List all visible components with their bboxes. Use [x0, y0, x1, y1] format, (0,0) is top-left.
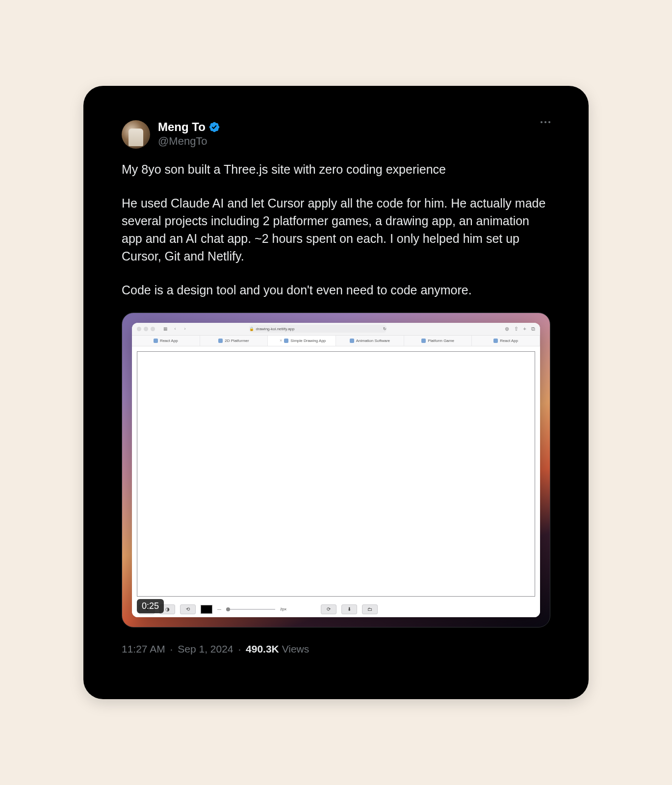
new-tab-icon: +: [523, 326, 526, 332]
browser-tab-active: ×Simple Drawing App: [268, 336, 336, 346]
tool-button: ⟲: [180, 604, 196, 614]
tool-button: 🗀: [362, 604, 378, 614]
browser-tab: React App: [132, 336, 200, 346]
timestamp[interactable]: 11:27 AM: [122, 643, 165, 654]
tab-bar: React App 2D Platformer ×Simple Drawing …: [132, 336, 540, 346]
browser-titlebar: ▦ ‹ › 🔒 drawing-koi.netlify.app ↻ ⊕ ⇧ + …: [132, 323, 540, 336]
tweet-card: Meng To @MengTo My 8yo son built a Three…: [83, 86, 589, 699]
share-icon: ⇧: [514, 326, 518, 332]
body-paragraph: My 8yo son built a Three.js site with ze…: [122, 160, 550, 178]
close-tab-icon: ×: [280, 338, 282, 343]
address-bar: 🔒 drawing-koi.netlify.app ↻: [249, 325, 387, 333]
author-block: Meng To @MengTo: [158, 120, 550, 148]
tabs-overview-icon: ⧉: [531, 326, 535, 332]
back-icon: ‹: [172, 325, 179, 332]
traffic-lights: [137, 327, 155, 331]
forward-icon: ›: [181, 325, 188, 332]
views-label: Views: [282, 643, 310, 654]
url-text: drawing-koi.netlify.app: [256, 327, 295, 331]
sidebar-toggle-icon: ▦: [162, 325, 169, 332]
embedded-browser-window: ▦ ‹ › 🔒 drawing-koi.netlify.app ↻ ⊕ ⇧ + …: [132, 323, 540, 617]
color-swatch: [201, 605, 212, 614]
browser-tab: 2D Platformer: [200, 336, 268, 346]
video-duration-badge: 0:25: [137, 599, 164, 613]
drawing-canvas: [137, 351, 535, 597]
tweet-body: My 8yo son built a Three.js site with ze…: [122, 160, 550, 299]
tweet-header: Meng To @MengTo: [122, 120, 550, 149]
brush-size-label: 2px: [280, 607, 286, 611]
drawing-toolbar: ✎ ◑ ⟲ — 2px ⟳ ⬇ 🗀: [132, 602, 540, 617]
tool-button: ⬇: [341, 604, 357, 614]
canvas-area: [132, 346, 540, 602]
display-name[interactable]: Meng To: [158, 120, 206, 134]
body-paragraph: He used Claude AI and let Cursor apply a…: [122, 194, 550, 265]
avatar[interactable]: [122, 120, 150, 149]
more-options-button[interactable]: [541, 121, 550, 123]
views-count[interactable]: 490.3K: [246, 643, 279, 654]
body-paragraph: Code is a design tool and you don't even…: [122, 281, 550, 299]
browser-tab: Platform Game: [404, 336, 472, 346]
refresh-icon: ↻: [383, 327, 387, 331]
tweet-meta: 11:27 AM · Sep 1, 2024 · 490.3K Views: [122, 643, 550, 655]
download-icon: ⊕: [505, 326, 509, 332]
lock-icon: 🔒: [249, 327, 254, 331]
browser-tab: Animation Software: [336, 336, 404, 346]
brush-size-slider: [226, 609, 275, 610]
tool-button: ⟳: [321, 604, 336, 614]
verified-badge-icon: [208, 121, 220, 133]
datestamp[interactable]: Sep 1, 2024: [178, 643, 233, 654]
media-video[interactable]: ▦ ‹ › 🔒 drawing-koi.netlify.app ↻ ⊕ ⇧ + …: [122, 313, 550, 628]
browser-tab: React App: [472, 336, 540, 346]
handle[interactable]: @MengTo: [158, 135, 550, 148]
